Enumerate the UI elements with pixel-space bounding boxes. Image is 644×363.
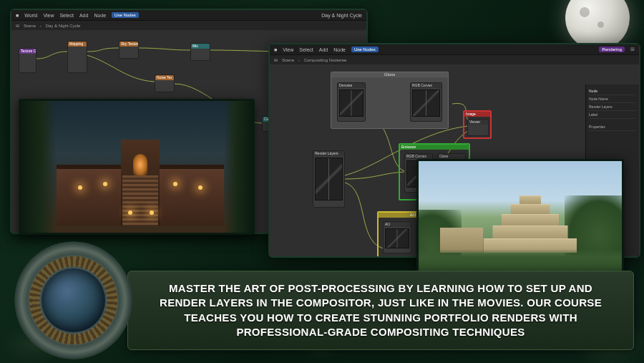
right-breadcrumb: ⊞ Scene › Compositing Nodetree: [270, 55, 639, 64]
left-menu-add[interactable]: Add: [79, 13, 88, 18]
node-image-viewer[interactable]: Viewer: [467, 119, 489, 136]
left-editor-type[interactable]: ■: [16, 13, 19, 18]
right-menu-node[interactable]: Node: [333, 47, 346, 52]
chevron-right-icon-2: ›: [298, 58, 300, 62]
node-mix[interactable]: Mix: [190, 43, 210, 61]
left-crumb-world[interactable]: Day & Night Cycle: [46, 24, 81, 28]
right-crumb-tree[interactable]: Compositing Nodetree: [304, 58, 347, 62]
left-menu-view[interactable]: View: [43, 13, 54, 18]
left-menu-node[interactable]: Node: [94, 13, 106, 18]
node-gloss-curves[interactable]: RGB Curves: [410, 82, 442, 122]
node-texcoord[interactable]: Texture Coord: [19, 48, 36, 73]
promo-text-bar: Master the art of post-processing by lea…: [127, 271, 634, 350]
right-topbar: ■ View Select Add Node Use Nodes Renderi…: [270, 44, 639, 55]
left-breadcrumb: ⊞ Scene › Day & Night Cycle: [11, 21, 366, 30]
ornamental-ring: [14, 241, 132, 359]
side-r2[interactable]: Render Layers: [589, 103, 636, 111]
node-mapping[interactable]: Mapping: [67, 41, 87, 73]
night-scene: [21, 101, 253, 233]
side-r4[interactable]: Properties: [589, 123, 636, 131]
left-use-nodes-badge[interactable]: Use Nodes: [112, 12, 139, 18]
side-heading: Node: [589, 87, 636, 95]
right-menu-view[interactable]: View: [283, 47, 293, 52]
promo-text: Master the art of post-processing by lea…: [145, 281, 616, 339]
left-menu-select[interactable]: Select: [59, 13, 73, 18]
frame-gloss[interactable]: Gloss Denoise RGB Curves: [331, 72, 449, 129]
scene-icon: ⊞: [16, 23, 19, 28]
right-crumb-scene[interactable]: Scene: [282, 58, 294, 62]
frame-image[interactable]: Image Viewer: [463, 110, 492, 139]
right-rendering-badge[interactable]: Rendering: [599, 47, 625, 52]
render-preview-night: [19, 99, 255, 235]
right-use-nodes-badge[interactable]: Use Nodes: [351, 47, 379, 52]
chevron-right-icon: ›: [40, 24, 42, 28]
node-ao-curves[interactable]: AO: [383, 221, 411, 253]
day-scene: [419, 161, 622, 274]
node-skytex[interactable]: Sky Texture: [119, 41, 139, 59]
right-menu-add[interactable]: Add: [319, 47, 328, 52]
side-r3[interactable]: Label: [589, 111, 636, 119]
node-noise[interactable]: Noise Tex: [155, 74, 175, 92]
right-menu-select[interactable]: Select: [299, 47, 313, 52]
right-editor-type[interactable]: ■: [274, 47, 277, 52]
node-gloss-denoise[interactable]: Denoise: [337, 82, 366, 122]
close-icon[interactable]: ⊠: [630, 47, 635, 52]
side-r1[interactable]: Node Name: [589, 95, 636, 103]
left-topbar: ■ World View Select Add Node Use Nodes D…: [11, 10, 366, 21]
render-preview-day: [416, 159, 624, 276]
left-top-right-item[interactable]: Day & Night Cycle: [321, 13, 362, 18]
node-render-layers[interactable]: Render Layers: [313, 150, 345, 208]
left-crumb-scene[interactable]: Scene: [24, 24, 36, 28]
scene-icon-2: ⊞: [274, 57, 278, 62]
left-menu-world[interactable]: World: [24, 13, 37, 18]
